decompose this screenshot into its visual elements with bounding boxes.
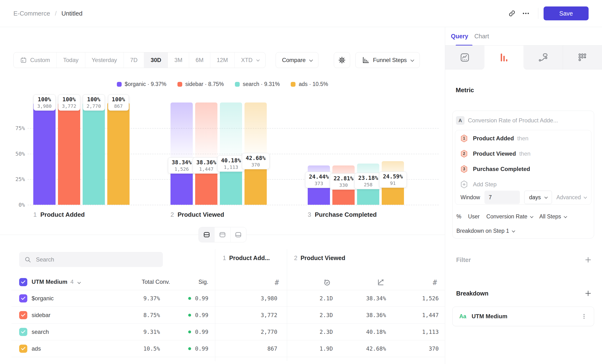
row-checkbox[interactable] bbox=[19, 294, 27, 302]
flow-chart-icon[interactable] bbox=[524, 45, 563, 69]
add-filter-icon[interactable] bbox=[584, 256, 592, 263]
funnel-bar-ghost bbox=[220, 103, 242, 164]
range-3m[interactable]: 3M bbox=[168, 53, 189, 68]
chevron-down-icon bbox=[530, 214, 534, 218]
measure-rate-dropdown[interactable]: Conversion Rate bbox=[486, 213, 533, 220]
table-row-organic[interactable]: $organic9.37%0.993,9802.1D38.34%1,526 bbox=[0, 290, 445, 307]
line-chart-icon[interactable] bbox=[445, 45, 484, 69]
total-conv-value: 9.37% bbox=[110, 295, 160, 301]
row-checkbox[interactable] bbox=[19, 311, 27, 319]
breakdown-on-dropdown[interactable]: Breakdown on Step 1 bbox=[456, 228, 514, 234]
bar-count: 258 bbox=[358, 182, 378, 188]
range-label: XTD bbox=[241, 57, 253, 64]
significance-value: 0.99 bbox=[172, 346, 208, 352]
chevron-down-icon bbox=[410, 58, 414, 62]
range-label: 30D bbox=[150, 57, 161, 64]
add-breakdown-icon[interactable] bbox=[584, 290, 592, 297]
topbar-divider bbox=[538, 8, 538, 19]
breadcrumb-separator: / bbox=[55, 10, 56, 17]
advanced-toggle[interactable]: Advanced bbox=[556, 194, 586, 201]
funnel-chart-icon[interactable] bbox=[484, 45, 524, 69]
hash-icon[interactable]: # bbox=[428, 276, 441, 289]
total-conv-header[interactable]: Total Conv. bbox=[110, 278, 170, 285]
total-conv-value: 8.75% bbox=[110, 312, 160, 318]
breakdown-section: Breakdown bbox=[456, 289, 592, 298]
range-7d[interactable]: 7D bbox=[124, 53, 144, 68]
metric-cell: 1,447 bbox=[388, 312, 439, 318]
row-checkbox[interactable] bbox=[19, 345, 27, 353]
layout-top-icon[interactable] bbox=[215, 227, 230, 242]
more-menu-icon[interactable] bbox=[519, 6, 533, 20]
bar-count: 373 bbox=[309, 180, 329, 187]
search-input[interactable] bbox=[35, 256, 158, 263]
chart-view-button[interactable]: Funnel Steps bbox=[355, 52, 419, 68]
range-yesterday[interactable]: Yesterday bbox=[85, 53, 124, 68]
query-step-2[interactable]: 2Product Viewedthen bbox=[461, 146, 530, 161]
range-30d[interactable]: 30D bbox=[144, 53, 168, 68]
compare-label: Compare bbox=[282, 57, 306, 64]
layout-bottom-icon[interactable] bbox=[231, 227, 246, 242]
funnel-bar[interactable] bbox=[58, 103, 80, 205]
bar-pct: 100% bbox=[62, 96, 76, 103]
metric-cell: 42.68% bbox=[336, 346, 386, 352]
metric-name-row[interactable]: A Conversion Rate of Product Adde... bbox=[456, 116, 558, 125]
conversion-icon[interactable] bbox=[374, 276, 387, 289]
table-row-search[interactable]: search9.31%0.992,7702.3D40.18%1,113 bbox=[0, 323, 445, 340]
query-step-3[interactable]: 3Purchase Completed bbox=[461, 161, 530, 177]
metric-cell: 2.3D bbox=[283, 329, 333, 335]
select-all-checkbox[interactable] bbox=[19, 278, 27, 286]
significance-value: 0.99 bbox=[172, 295, 208, 301]
range-custom[interactable]: Custom bbox=[14, 53, 57, 68]
funnel-chart: 0%25%50%75%100%3,980100%3,772100%2,77010… bbox=[0, 85, 445, 238]
add-step-button[interactable]: Add Step bbox=[461, 177, 497, 192]
grid-chart-icon[interactable] bbox=[563, 45, 602, 69]
bar-count: 1,447 bbox=[196, 166, 216, 172]
breakdown-item[interactable]: Aa UTM Medium bbox=[452, 307, 594, 326]
sig-header[interactable]: Sig. bbox=[172, 278, 208, 285]
step-label: Product Added bbox=[40, 211, 85, 218]
bar-count: 370 bbox=[246, 162, 266, 168]
window-unit-select[interactable]: days bbox=[524, 191, 552, 204]
funnel-bar[interactable] bbox=[33, 103, 55, 205]
hash-icon[interactable]: # bbox=[270, 276, 283, 289]
measure-user[interactable]: User bbox=[468, 213, 480, 220]
avg-time-icon[interactable] bbox=[320, 276, 334, 289]
tab-query[interactable]: Query bbox=[451, 27, 468, 45]
chevron-down-icon bbox=[512, 229, 515, 232]
chart-step-title: 3Purchase Completed bbox=[308, 211, 377, 218]
range-xtd[interactable]: XTD bbox=[235, 53, 265, 68]
step-number: 3 bbox=[308, 211, 311, 218]
settings-button[interactable] bbox=[334, 52, 350, 68]
checkbox-check-icon bbox=[21, 279, 26, 285]
bar-value-label: 40.18%1,113 bbox=[217, 155, 245, 172]
range-6m[interactable]: 6M bbox=[189, 53, 210, 68]
share-link-icon[interactable] bbox=[505, 6, 519, 20]
bar-value-label: 24.59%91 bbox=[379, 171, 407, 188]
kebab-icon[interactable] bbox=[581, 313, 587, 320]
breadcrumb-title[interactable]: Untitled bbox=[61, 10, 82, 17]
compare-button[interactable]: Compare bbox=[276, 52, 319, 68]
step-label: Product Viewed bbox=[301, 255, 345, 261]
save-button[interactable]: Save bbox=[544, 6, 589, 20]
query-step-1[interactable]: 1Product Addedthen bbox=[461, 131, 528, 146]
row-checkbox[interactable] bbox=[19, 328, 27, 336]
bar-count: 330 bbox=[333, 182, 354, 188]
group-column-header[interactable]: UTM Medium 4 bbox=[32, 278, 80, 285]
funnel-bar[interactable] bbox=[107, 103, 129, 205]
range-today[interactable]: Today bbox=[57, 53, 85, 68]
layout-split-icon[interactable] bbox=[199, 227, 215, 242]
metric-cell: 2.1D bbox=[283, 295, 333, 301]
table-row-sidebar[interactable]: sidebar8.75%0.993,7722.3D38.36%1,447 bbox=[0, 307, 445, 323]
measure-pct[interactable]: % bbox=[456, 213, 461, 220]
range-12m[interactable]: 12M bbox=[210, 53, 235, 68]
top-bar: E-Commerce / Untitled Save bbox=[0, 0, 602, 27]
chevron-down-icon bbox=[545, 195, 548, 199]
bar-count: 867 bbox=[112, 103, 125, 109]
breadcrumb-project[interactable]: E-Commerce bbox=[13, 10, 50, 17]
table-row-ads[interactable]: ads10.5%0.998671.9D42.68%370 bbox=[0, 340, 445, 357]
topbar-actions: Save bbox=[505, 6, 589, 20]
tab-chart[interactable]: Chart bbox=[474, 27, 489, 45]
measure-steps-dropdown[interactable]: All Steps bbox=[539, 213, 566, 220]
funnel-bar[interactable] bbox=[83, 103, 105, 205]
window-value-input[interactable] bbox=[484, 191, 520, 204]
